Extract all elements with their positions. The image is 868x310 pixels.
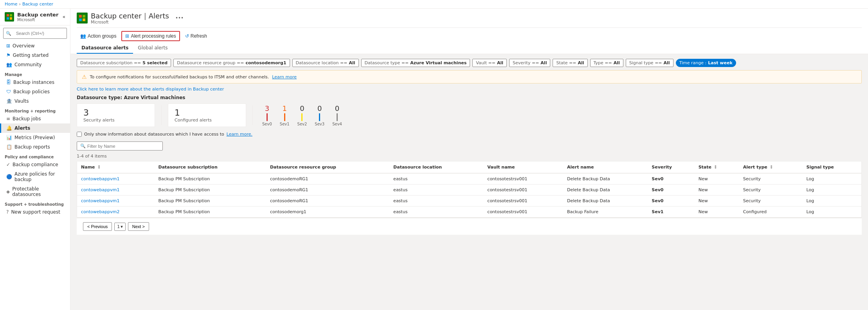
sidebar-item-alerts[interactable]: 🔔 Alerts [0, 123, 70, 133]
sev1-item: 1 Sev1 [280, 104, 290, 126]
compliance-icon: ✓ [6, 162, 10, 167]
state-sort-icon: ↕ [714, 165, 717, 170]
col-header-ds-location: Datasource location [389, 161, 483, 173]
filter-name-input[interactable] [87, 144, 159, 149]
tab-global[interactable]: Global alerts [133, 43, 172, 54]
sidebar-item-community[interactable]: 👥 Community [0, 60, 70, 69]
collapse-icon[interactable]: « [63, 14, 65, 20]
action-groups-button[interactable]: 👥 Action groups [77, 31, 120, 41]
security-label: Security alerts [83, 118, 148, 123]
sidebar-item-protectable[interactable]: ◈ Protectable datasources [0, 184, 70, 199]
col-header-name[interactable]: Name ↕ [77, 161, 155, 173]
sidebar-item-backup-instances[interactable]: 🗄 Backup instances [0, 78, 70, 87]
sidebar-header: Backup center Microsoft « [0, 9, 70, 25]
page-title: Backup center [91, 12, 142, 20]
previous-button[interactable]: < Previous [83, 222, 112, 231]
cell-alert-name-3: Backup Failure [563, 207, 648, 218]
filter-chip-subscription[interactable]: Datasource subscription == 5 selected [77, 59, 171, 67]
filter-chip-severity[interactable]: Severity == All [509, 59, 550, 67]
page-title-row: Backup center | Alerts Microsoft ••• [77, 12, 862, 28]
filter-bar: Datasource subscription == 5 selected Da… [77, 59, 862, 67]
cell-state-2: New [695, 196, 739, 207]
page-select[interactable]: 1 ▾ [114, 223, 126, 231]
cell-ds-subscription-1: Backup PM Subscription [155, 185, 266, 196]
sev4-bar [337, 113, 338, 121]
configured-count: 1 [175, 108, 240, 118]
sidebar-item-overview[interactable]: ⊞ Overview [0, 41, 70, 51]
shield-policy-icon: 🛡 [6, 89, 11, 94]
filter-input-wrap: 🔍 [77, 141, 163, 150]
support-section-label: Support + troubleshooting [0, 199, 70, 207]
learn-more-link[interactable]: Click here to learn more about the alert… [77, 87, 862, 92]
sidebar-logo [5, 12, 14, 22]
table-row[interactable]: contowebappvm1 Backup PM Subscription co… [77, 185, 861, 196]
banner-learn-more-link[interactable]: Learn more [272, 74, 297, 80]
security-alerts-card: 3 Security alerts [77, 103, 155, 127]
datasource-type-label: Datasource type: Azure Virtual machines [77, 95, 862, 100]
flag-icon: ⚑ [6, 53, 11, 58]
cell-vault-name-1: contosotestrsv001 [483, 185, 563, 196]
cell-severity-1: Sev0 [648, 185, 694, 196]
cell-state-1: New [695, 185, 739, 196]
cell-signal-type-3: Log [803, 207, 861, 218]
sidebar-item-getting-started[interactable]: ⚑ Getting started [0, 51, 70, 60]
svg-rect-1 [10, 14, 12, 16]
cell-ds-location-3: eastus [389, 207, 483, 218]
refresh-button[interactable]: ↺ Refresh [182, 31, 211, 41]
access-checkbox[interactable] [77, 132, 82, 137]
pagination: < Previous 1 ▾ Next > [77, 218, 862, 235]
breadcrumb-home[interactable]: Home [5, 2, 17, 7]
table-row[interactable]: contowebappvm1 Backup PM Subscription co… [77, 173, 861, 185]
sidebar-item-backup-policies[interactable]: 🛡 Backup policies [0, 87, 70, 96]
sidebar-item-backup-compliance[interactable]: ✓ Backup compliance [0, 160, 70, 169]
checkbox-row: Only show information about datasources … [77, 132, 862, 137]
jobs-icon: ≡ [6, 116, 10, 121]
sidebar: Backup center Microsoft « 🔍 ⊞ Overview [0, 9, 70, 310]
sev0-bar [267, 113, 268, 121]
filter-chip-type[interactable]: Datasource type == Azure Virtual machine… [361, 59, 470, 67]
sidebar-search-container: 🔍 [0, 25, 70, 41]
sidebar-nav: ⊞ Overview ⚑ Getting started 👥 Community… [0, 41, 70, 217]
database-icon: 🗄 [6, 80, 11, 85]
filter-chip-signal-type[interactable]: Signal type == All [626, 59, 674, 67]
cell-vault-name-2: contosotestrsv001 [483, 196, 563, 207]
cell-ds-resource-group-1: contosodemoRG1 [266, 185, 389, 196]
table-row[interactable]: contowebappvm1 Backup PM Subscription co… [77, 196, 861, 207]
next-button[interactable]: Next > [128, 222, 149, 231]
filter-chip-resource-group[interactable]: Datasource resource group == contosodemo… [173, 59, 290, 67]
sidebar-item-backup-jobs[interactable]: ≡ Backup jobs [0, 114, 70, 123]
policy-section-label: Policy and compliance [0, 152, 70, 160]
tab-datasource[interactable]: Datasource alerts [77, 43, 133, 54]
filter-chip-time-range[interactable]: Time range : Last week [676, 59, 736, 67]
filter-chip-vault[interactable]: Vault == All [472, 59, 507, 67]
breadcrumb-section[interactable]: Backup center [22, 2, 53, 7]
checkbox-label: Only show information about datasources … [84, 132, 224, 137]
sidebar-item-vaults[interactable]: 🏦 Vaults [0, 96, 70, 106]
alert-processing-rules-button[interactable]: ⊞ Alert processing rules [121, 31, 180, 41]
filter-chip-alert-type[interactable]: Type == All [590, 59, 623, 67]
table-row[interactable]: contowebappvm2 Backup PM Subscription co… [77, 207, 861, 218]
svg-rect-4 [79, 15, 82, 18]
severity-items: 3 Sev0 1 Sev1 0 Sev2 [262, 104, 342, 126]
sidebar-item-support[interactable]: ? New support request [0, 207, 70, 217]
col-header-state[interactable]: State ↕ [695, 161, 739, 173]
cell-ds-resource-group-2: contosodemoRG1 [266, 196, 389, 207]
cell-severity-3: Sev1 [648, 207, 694, 218]
alert-icon: 🔔 [6, 125, 12, 131]
filter-chip-state[interactable]: State == All [553, 59, 587, 67]
manage-section-label: Manage [0, 69, 70, 78]
cell-ds-location-2: eastus [389, 196, 483, 207]
filter-chip-location[interactable]: Datasource location == All [292, 59, 359, 67]
sidebar-item-azure-policies[interactable]: 🔵 Azure policies for backup [0, 169, 70, 184]
sidebar-item-backup-reports[interactable]: 📋 Backup reports [0, 142, 70, 152]
cell-ds-resource-group-0: contosodemoRG1 [266, 173, 389, 185]
sidebar-item-metrics[interactable]: 📊 Metrics (Preview) [0, 133, 70, 142]
search-input[interactable] [13, 29, 64, 37]
cell-severity-2: Sev0 [648, 196, 694, 207]
col-header-alert-type[interactable]: Alert type ↕ [739, 161, 803, 173]
ellipsis-btn[interactable]: ••• [175, 15, 184, 21]
cell-vault-name-3: contosotestrsv001 [483, 207, 563, 218]
checkbox-learn-link[interactable]: Learn more. [227, 132, 252, 137]
cell-signal-type-1: Log [803, 185, 861, 196]
col-header-vault-name: Vault name [483, 161, 563, 173]
